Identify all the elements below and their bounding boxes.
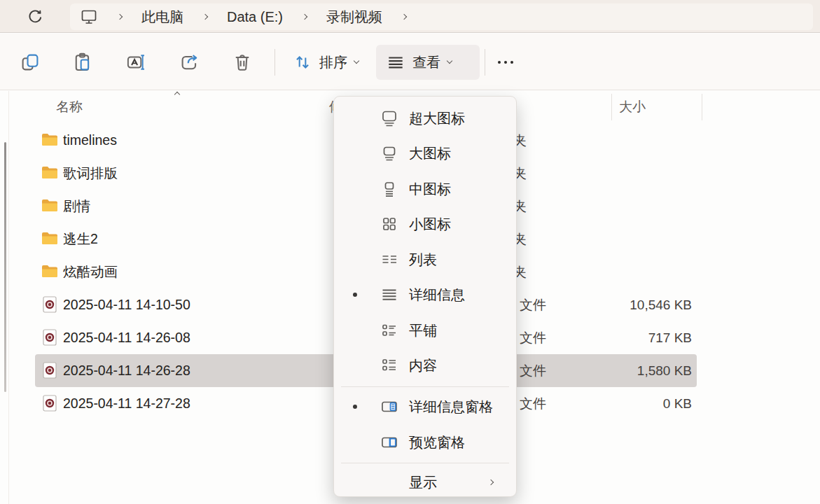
menu-item-label: 详细信息 <box>409 286 465 304</box>
file-name: 2025-04-11 14-10-50 <box>63 288 190 321</box>
details-pane-icon <box>380 397 399 416</box>
chevron-down-icon <box>354 58 359 64</box>
column-header-name[interactable]: 名称 <box>56 91 83 122</box>
folder-icon <box>41 131 59 149</box>
breadcrumb-separator-icon <box>401 14 407 20</box>
tiles-icon <box>380 321 399 340</box>
file-name: 炫酷动画 <box>63 255 118 288</box>
refresh-icon <box>27 8 43 25</box>
column-header-size[interactable]: 大小 <box>619 91 646 122</box>
folder-icon <box>41 230 59 248</box>
menu-item-show-submenu[interactable]: 显示 <box>338 465 513 499</box>
toolbar-divider <box>275 49 275 76</box>
menu-item-large-icons[interactable]: 大图标 <box>338 136 513 170</box>
breadcrumb-bar: 此电脑 Data (E:) 录制视频 <box>0 0 820 33</box>
menu-item-label: 中图标 <box>409 180 451 199</box>
file-size: 0 KB <box>663 387 692 420</box>
video-file-icon <box>41 328 59 346</box>
pane-divider <box>8 91 9 504</box>
paste-icon <box>72 52 93 73</box>
breadcrumb-this-pc[interactable]: 此电脑 <box>141 8 183 27</box>
menu-item-medium-icons[interactable]: 中图标 <box>338 172 513 206</box>
trash-icon <box>232 52 253 73</box>
folder-icon <box>41 197 59 215</box>
breadcrumb-folder[interactable]: 录制视频 <box>326 8 382 27</box>
chevron-down-icon <box>447 58 452 64</box>
file-name: 逃生2 <box>63 223 98 255</box>
file-type: 文件 <box>520 387 546 420</box>
menu-item-details[interactable]: 详细信息 <box>338 278 513 312</box>
selected-bullet-icon <box>353 293 357 297</box>
see-more-button[interactable] <box>488 45 523 80</box>
selected-bullet-icon <box>353 405 357 409</box>
breadcrumb[interactable]: 此电脑 Data (E:) 录制视频 <box>70 4 813 30</box>
extra-large-icons-icon <box>380 108 399 128</box>
menu-item-label: 超大图标 <box>409 109 465 128</box>
menu-item-label: 详细信息窗格 <box>409 398 493 416</box>
view-dropdown-menu: 超大图标 大图标 中图标 小图标 <box>333 96 517 497</box>
preview-pane-icon <box>380 433 399 452</box>
folder-icon <box>41 164 59 182</box>
content-icon <box>380 356 399 375</box>
copy-icon <box>20 52 41 73</box>
view-label: 查看 <box>412 53 440 72</box>
medium-icons-icon <box>380 179 399 199</box>
file-name: 2025-04-11 14-26-08 <box>63 321 190 354</box>
left-scrollbar[interactable] <box>4 142 6 392</box>
share-button[interactable] <box>172 45 207 80</box>
file-type: 文件 <box>520 321 546 354</box>
menu-item-label: 小图标 <box>409 215 451 234</box>
sort-label: 排序 <box>319 53 347 72</box>
chevron-right-icon <box>488 479 494 485</box>
menu-item-details-pane[interactable]: 详细信息窗格 <box>338 390 513 424</box>
file-name: timelines <box>63 124 117 157</box>
video-file-icon <box>41 361 59 379</box>
breadcrumb-drive[interactable]: Data (E:) <box>227 9 283 25</box>
more-icon <box>498 61 513 64</box>
copy-button[interactable] <box>13 45 48 80</box>
column-divider[interactable] <box>611 94 612 120</box>
share-icon <box>179 52 200 73</box>
sort-button[interactable]: 排序 <box>283 45 368 80</box>
rename-button[interactable] <box>119 45 154 80</box>
menu-item-small-icons[interactable]: 小图标 <box>338 207 513 241</box>
rename-icon <box>126 52 147 73</box>
menu-item-extra-large-icons[interactable]: 超大图标 <box>338 102 513 135</box>
breadcrumb-separator-icon <box>202 14 208 20</box>
column-divider[interactable] <box>702 94 702 120</box>
view-button[interactable]: 查看 <box>376 45 480 80</box>
file-name: 2025-04-11 14-26-28 <box>63 354 190 387</box>
file-name: 歌词排版 <box>63 157 118 190</box>
menu-item-label: 显示 <box>409 473 437 492</box>
video-file-icon <box>41 295 59 314</box>
file-type: 文件 <box>520 354 546 387</box>
menu-divider <box>341 386 509 387</box>
file-type: 文件 <box>520 288 546 321</box>
small-icons-icon <box>380 214 399 234</box>
toolbar-divider <box>485 49 485 76</box>
paste-button[interactable] <box>65 45 100 80</box>
folder-icon <box>41 262 59 281</box>
refresh-button[interactable] <box>22 4 48 29</box>
sort-ascending-icon <box>174 92 180 97</box>
breadcrumb-separator-icon <box>117 14 123 20</box>
menu-divider <box>341 463 509 463</box>
file-size: 10,546 KB <box>630 288 692 321</box>
delete-button[interactable] <box>225 45 260 80</box>
menu-item-label: 大图标 <box>409 144 451 163</box>
this-pc-icon <box>80 8 98 26</box>
file-name: 2025-04-11 14-27-28 <box>63 387 190 420</box>
command-toolbar: 排序 查看 <box>0 34 820 90</box>
large-icons-icon <box>380 144 399 163</box>
menu-item-list[interactable]: 列表 <box>338 243 513 276</box>
menu-item-preview-pane[interactable]: 预览窗格 <box>338 426 513 459</box>
menu-item-label: 列表 <box>409 251 437 270</box>
menu-item-label: 预览窗格 <box>409 433 465 452</box>
menu-item-tiles[interactable]: 平铺 <box>338 314 513 347</box>
file-size: 717 KB <box>648 321 692 354</box>
file-name: 剧情 <box>63 190 90 223</box>
menu-item-content[interactable]: 内容 <box>338 349 513 382</box>
sort-icon <box>293 52 312 72</box>
list-icon <box>380 250 399 270</box>
video-file-icon <box>41 394 59 412</box>
